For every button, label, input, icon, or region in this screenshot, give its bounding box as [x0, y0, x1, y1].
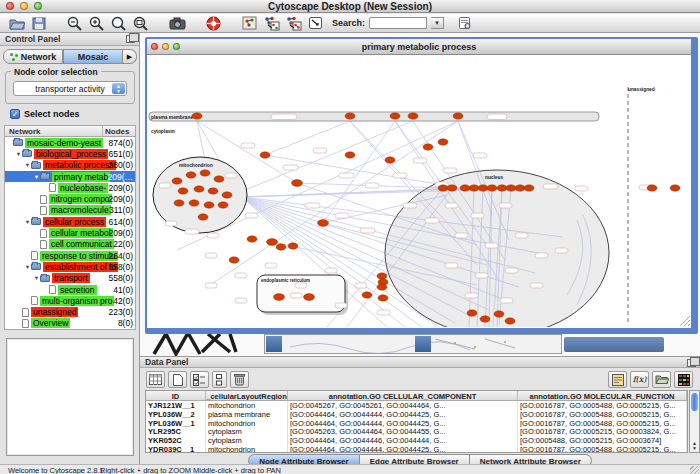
table-cell[interactable]: [GO:0016787, GO:0005488, GO:0005215, G..…	[518, 419, 687, 428]
function-builder-icon[interactable]: f(x)	[630, 371, 649, 388]
table-cell[interactable]: [GO:0045263, GO:0044464, GO:0044455, G..…	[288, 427, 518, 436]
zoom-selected-icon[interactable]	[132, 15, 150, 32]
more-tabs-arrow[interactable]: ▶	[123, 49, 137, 64]
network-canvas[interactable]: nucleus	[147, 55, 691, 327]
table-cell[interactable]: YPL036W__1	[146, 419, 206, 428]
search-config-icon[interactable]	[456, 15, 474, 32]
expand-arrow-icon[interactable]: ▼	[15, 151, 22, 157]
heatmap-grid-icon[interactable]	[674, 371, 693, 388]
table-cell[interactable]: cytoplasm	[206, 436, 288, 445]
table-cell[interactable]: YDR039C__1	[146, 445, 206, 453]
tree-row[interactable]: nucleobase-209(0)	[5, 182, 135, 193]
help-lifesaver-icon[interactable]	[204, 15, 222, 32]
col-header-region[interactable]: _cellularLayoutRegion	[206, 391, 288, 400]
tree-row[interactable]: ▼transport558(0)	[5, 273, 135, 284]
table-cell[interactable]: mitochondrion	[206, 419, 288, 428]
tree-row[interactable]: Overview8(0)	[5, 318, 135, 329]
search-dropdown-arrow[interactable]: ▼	[431, 17, 444, 29]
expand-arrow-icon[interactable]: ▼	[24, 162, 31, 168]
network-overview-icon[interactable]	[240, 15, 258, 32]
col-header-id[interactable]: ID	[146, 391, 206, 400]
table-row[interactable]: YPL036W__2plasma membrane[GO:0044464, GO…	[146, 410, 687, 419]
scrollbar-arrows[interactable]: ▲▼	[690, 441, 699, 451]
nodes-column-header[interactable]: Nodes	[103, 126, 135, 136]
expand-arrow-icon[interactable]: ▼	[33, 275, 40, 281]
trash-icon[interactable]	[230, 371, 249, 388]
destroy-network-icon[interactable]	[306, 15, 324, 32]
expand-arrow-icon[interactable]: ▼	[33, 174, 40, 180]
canvas-resize-grip[interactable]	[680, 316, 690, 326]
plasma-membrane-region[interactable]	[149, 112, 599, 121]
network-view-titlebar[interactable]: primary metabolic process	[147, 39, 691, 55]
tree-row[interactable]: ▼primary metab209(…	[5, 171, 135, 182]
table-cell[interactable]: [GO:0044464, GO:0044444, GO:0044425, G..…	[288, 410, 518, 419]
table-cell[interactable]: YKR052C	[146, 436, 206, 445]
expand-arrow-icon[interactable]: ▼	[24, 219, 31, 225]
table-cell[interactable]: [GO:0044464, GO:0044444, GO:0044425, G..…	[288, 445, 518, 453]
network-overview-thumbnail[interactable]	[6, 338, 134, 456]
notes-pad-icon[interactable]	[608, 371, 627, 388]
delete-attributes-checklist-icon[interactable]	[190, 371, 209, 388]
table-row[interactable]: YJR121W__1mitochondrion[GO:0045267, GO:0…	[146, 401, 687, 410]
table-cell[interactable]: [GO:0016787, GO:0005488, GO:0005215, G..…	[518, 445, 687, 453]
tree-row[interactable]: response to stimulu264(0)	[5, 250, 135, 261]
table-cell[interactable]: YPL036W__2	[146, 410, 206, 419]
table-cell[interactable]: [GO:0045267, GO:0045261, GO:0044464, G..…	[288, 401, 518, 410]
tree-row[interactable]: mosaic-demo-yeast874(0)	[5, 137, 135, 148]
table-row[interactable]: YDR039C__1mitochondrion[GO:0044464, GO:0…	[146, 445, 687, 453]
table-row[interactable]: YKR052Ccytoplasm[GO:0044464, GO:0044446,…	[146, 436, 687, 445]
zoom-fit-icon[interactable]	[110, 15, 128, 32]
float-panel-icon[interactable]	[687, 359, 696, 367]
table-cell[interactable]: mitochondrion	[206, 445, 288, 453]
new-attribute-page-icon[interactable]	[168, 371, 187, 388]
tab-mosaic[interactable]: Mosaic	[63, 49, 123, 64]
table-cell[interactable]: [GO:0044464, GO:0044444, GO:0044425, G..…	[288, 419, 518, 428]
tree-row[interactable]: ▼cellular process614(0)	[5, 216, 135, 227]
tree-row[interactable]: ▼establishment of lo558(0)	[5, 261, 135, 272]
snapshot-camera-icon[interactable]	[168, 15, 186, 32]
table-cell[interactable]: plasma membrane	[206, 410, 288, 419]
tree-row[interactable]: nitrogen compo209(0)	[5, 193, 135, 204]
select-attributes-grid-icon[interactable]	[146, 371, 165, 388]
tree-row[interactable]: cellular metabol209(0)	[5, 227, 135, 238]
tab-network[interactable]: Network	[3, 49, 63, 64]
tree-row[interactable]: unassigned223(0)	[5, 306, 135, 317]
table-row[interactable]: YPL036W__1mitochondrion[GO:0044464, GO:0…	[146, 419, 687, 428]
table-cell[interactable]: [GO:0016787, GO:0005488, GO:0005215, G..…	[518, 410, 687, 419]
tree-row[interactable]: ▼biological_process651(0)	[5, 148, 135, 159]
tree-row[interactable]: ▼metabolic process280(0)	[5, 160, 135, 171]
table-cell[interactable]: mitochondrion	[206, 401, 288, 410]
table-cell[interactable]: [GO:0005488, GO:0005215, GO:0003674]	[518, 436, 687, 445]
float-panel-icon[interactable]	[126, 35, 135, 43]
tree-row[interactable]: secretion41(0)	[5, 284, 135, 295]
zoom-in-icon[interactable]	[88, 15, 106, 32]
table-cell[interactable]: [GO:0016787, GO:0005215, GO:0003824, G..…	[518, 427, 687, 436]
tree-row[interactable]: multi-organism pro42(0)	[5, 295, 135, 306]
table-cell[interactable]: cytoplasm	[206, 427, 288, 436]
open-attributes-folder-icon[interactable]	[652, 371, 671, 388]
table-row[interactable]: YLR295Ccytoplasm[GO:0045263, GO:0044464,…	[146, 427, 687, 436]
table-cell[interactable]: [GO:0044464, GO:0044446, GO:0044444, G..…	[288, 436, 518, 445]
tree-row[interactable]: macromolecule311(0)	[5, 205, 135, 216]
table-cell[interactable]: [GO:0016787, GO:0005488, GO:0005215, G..…	[518, 401, 687, 410]
zoom-out-icon[interactable]	[66, 15, 84, 32]
table-cell[interactable]: YLR295C	[146, 427, 206, 436]
create-network-edges-icon[interactable]	[284, 15, 302, 32]
save-icon[interactable]	[30, 15, 48, 32]
window-resize-grip[interactable]	[690, 466, 699, 474]
select-nodes-checkbox[interactable]: ✓	[10, 109, 20, 119]
expand-arrow-icon[interactable]: ▼	[24, 264, 31, 270]
network-view-window[interactable]: primary metabolic process nucleus	[145, 37, 698, 334]
open-folder-icon[interactable]	[8, 15, 26, 32]
tree-row[interactable]: cell communicat22(0)	[5, 239, 135, 250]
col-header-cellular-component[interactable]: annotation.GO CELLULAR_COMPONENT	[288, 391, 518, 400]
table-cell[interactable]: YJR121W__1	[146, 401, 206, 410]
attribute-batch-icon[interactable]	[212, 371, 227, 388]
create-network-icon[interactable]	[262, 15, 280, 32]
search-input[interactable]	[369, 17, 427, 29]
col-header-molecular-function[interactable]: annotation.GO MOLECULAR_FUNCTION	[518, 391, 687, 400]
table-scrollbar[interactable]: ▲▼	[689, 390, 700, 453]
node-color-dropdown[interactable]: transporter activity ▲▼	[13, 81, 127, 96]
network-column-header[interactable]: Network	[5, 126, 103, 136]
scrollbar-thumb[interactable]	[691, 393, 698, 411]
